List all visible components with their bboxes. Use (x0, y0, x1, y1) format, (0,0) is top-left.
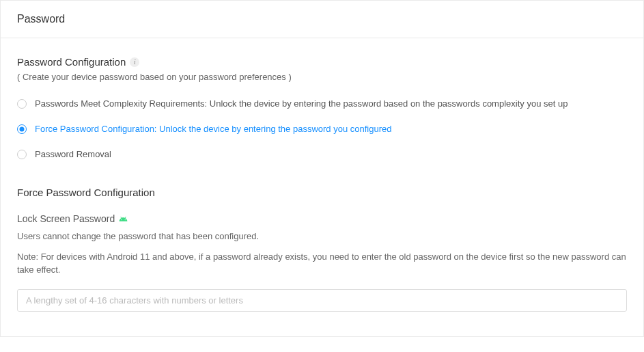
info-icon[interactable]: i (130, 57, 139, 67)
android-icon (119, 215, 128, 224)
radio-option-removal[interactable]: Password Removal (17, 149, 627, 159)
radio-label: Passwords Meet Complexity Requirements: … (35, 98, 568, 109)
radio-icon (17, 124, 27, 134)
radio-label: Password Removal (35, 149, 111, 159)
force-config-title: Force Password Configuration (17, 187, 627, 198)
config-section-subtitle: ( Create your device password based on y… (17, 72, 627, 82)
password-mode-radio-group: Passwords Meet Complexity Requirements: … (17, 98, 627, 159)
lock-screen-note: Note: For devices with Android 11 and ab… (17, 250, 627, 277)
password-input[interactable] (17, 289, 627, 312)
lock-screen-label: Lock Screen Password (17, 213, 115, 224)
radio-icon (17, 99, 27, 109)
radio-option-force[interactable]: Force Password Configuration: Unlock the… (17, 124, 627, 134)
page-title: Password (17, 13, 627, 25)
panel-header: Password (1, 1, 643, 38)
lock-screen-description: Users cannot change the password that ha… (17, 230, 627, 243)
radio-icon (17, 150, 27, 159)
lock-screen-row: Lock Screen Password (17, 213, 627, 224)
config-section-title: Password Configuration (17, 56, 126, 68)
panel-content: Password Configuration i ( Create your d… (1, 38, 643, 336)
radio-option-complexity[interactable]: Passwords Meet Complexity Requirements: … (17, 98, 627, 109)
config-title-row: Password Configuration i (17, 56, 627, 68)
password-panel: Password Password Configuration i ( Crea… (0, 0, 644, 337)
radio-label: Force Password Configuration: Unlock the… (35, 124, 391, 134)
